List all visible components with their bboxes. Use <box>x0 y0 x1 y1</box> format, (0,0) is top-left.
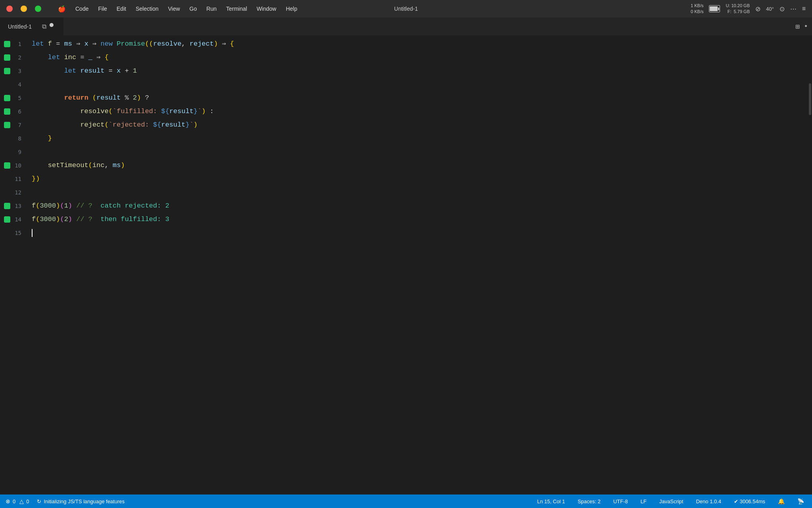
menu-code[interactable]: Code <box>71 4 93 13</box>
code-line-5: return ( result % 2 ) ? <box>32 91 806 105</box>
line-number-13: 13 <box>13 203 21 209</box>
gutter-row-3: 3 <box>0 64 24 78</box>
code-line-8: } <box>32 132 806 145</box>
line-number-3: 3 <box>13 68 21 74</box>
gutter-row-13: 13 <box>0 199 24 213</box>
temperature-display: 40° <box>766 6 774 12</box>
traffic-lights <box>6 6 41 12</box>
gutter-row-6: 6 <box>0 105 24 118</box>
breakpoint-13[interactable] <box>4 203 10 209</box>
breakpoint-3[interactable] <box>4 68 10 74</box>
deno-version[interactable]: Deno 1.0.4 <box>693 498 724 505</box>
line-number-5: 5 <box>13 95 21 101</box>
encoding-info[interactable]: UTF-8 <box>611 498 630 505</box>
scrollbar-track[interactable] <box>806 36 812 495</box>
line-number-14: 14 <box>13 216 21 223</box>
list-icon: ≡ <box>802 5 806 12</box>
no-breakpoint-4 <box>4 81 10 88</box>
scrollbar-thumb[interactable] <box>809 83 811 115</box>
cursor-position[interactable]: Ln 15, Col 1 <box>535 498 567 505</box>
language-mode[interactable]: JavaScript <box>657 498 686 505</box>
menu-file[interactable]: File <box>93 4 112 13</box>
menu-view[interactable]: View <box>163 4 185 13</box>
editor-area: 1 2 3 4 5 6 7 <box>0 36 812 495</box>
gutter-row-14: 14 <box>0 213 24 226</box>
window-title: Untitled-1 <box>394 6 418 12</box>
extensions-icon: ⋯ <box>790 5 797 13</box>
breakpoint-7[interactable] <box>4 122 10 128</box>
gutter-row-9: 9 <box>0 145 24 159</box>
menu-selection[interactable]: Selection <box>131 4 163 13</box>
code-line-4 <box>32 78 806 91</box>
line-number-12: 12 <box>13 189 21 196</box>
check-time[interactable]: ✔ 3006.54ms <box>732 498 768 505</box>
menu-help[interactable]: Help <box>281 4 302 13</box>
breakpoint-6[interactable] <box>4 108 10 115</box>
menu-run[interactable]: Run <box>202 4 222 13</box>
status-bar: ⊗ 0 △ 0 ↻ Initializing JS/TS language fe… <box>0 495 812 508</box>
spaces-info[interactable]: Spaces: 2 <box>575 498 603 505</box>
menu-go[interactable]: Go <box>185 4 202 13</box>
more-icon[interactable]: • <box>804 23 808 31</box>
cursor <box>32 229 33 237</box>
code-line-11: } ) <box>32 172 806 186</box>
storage-info: U: 10.20 GB F: 5.79 GB <box>726 3 750 15</box>
gutter-row-12: 12 <box>0 186 24 199</box>
eol-info[interactable]: LF <box>638 498 649 505</box>
error-count: 0 <box>13 498 15 504</box>
menu-terminal[interactable]: Terminal <box>221 4 252 13</box>
maximize-button[interactable] <box>35 6 41 12</box>
error-section[interactable]: ⊗ 0 △ 0 <box>6 498 29 504</box>
line-number-2: 2 <box>13 54 21 61</box>
gutter-row-10: 10 <box>0 159 24 172</box>
warning-count: 0 <box>26 498 29 504</box>
code-line-14: f ( 3000 ) ( 2 ) // ? then fulfilled: 3 <box>32 213 806 226</box>
broadcast-icon[interactable]: 📡 <box>795 497 806 505</box>
code-line-6: resolve ( `fulfilled: ${ result } ` ) : <box>32 105 806 118</box>
network-info: 1 KB/s 0 KB/s <box>691 3 703 15</box>
breakpoint-1[interactable] <box>4 41 10 47</box>
split-editor-icon[interactable]: ⧉ <box>42 23 46 30</box>
menu-edit[interactable]: Edit <box>112 4 131 13</box>
init-section: ↻ Initializing JS/TS language features <box>37 498 124 504</box>
no-breakpoint-15 <box>4 230 10 236</box>
breakpoint-14[interactable] <box>4 216 10 223</box>
gutter-row-2: 2 <box>0 51 24 64</box>
breakpoint-10[interactable] <box>4 162 10 169</box>
gutter-row-15: 15 <box>0 226 24 240</box>
breakpoint-5[interactable] <box>4 95 10 101</box>
status-circle-icon: ⊘ <box>755 5 760 13</box>
battery-icon <box>709 5 720 12</box>
code-line-7: reject ( `rejected: ${ result } ` ) <box>32 118 806 132</box>
error-icon: ⊗ <box>6 498 10 504</box>
notification-icon[interactable]: 🔔 <box>776 497 787 505</box>
minimize-button[interactable] <box>21 6 27 12</box>
tab-bar: Untitled-1 ⧉ ⊞ • <box>0 17 812 36</box>
code-line-3: let result = x + 1 <box>32 64 806 78</box>
split-right-icon[interactable]: ⊞ <box>795 22 800 31</box>
line-number-8: 8 <box>13 135 21 142</box>
menu-window[interactable]: Window <box>252 4 281 13</box>
gutter-row-11: 11 <box>0 172 24 186</box>
gutter-row-7: 7 <box>0 118 24 132</box>
code-editor[interactable]: let f = ms ⇒ x ⇒ new Promise (( resolve … <box>24 36 806 495</box>
breakpoint-2[interactable] <box>4 54 10 61</box>
gutter-row-5: 5 <box>0 91 24 105</box>
line-number-4: 4 <box>13 81 21 88</box>
gutter-row-4: 4 <box>0 78 24 91</box>
title-bar: 🍎 Code File Edit Selection View Go Run T… <box>0 0 812 17</box>
system-info: 1 KB/s 0 KB/s U: 10.20 GB F: 5.79 GB ⊘ 4… <box>691 3 806 15</box>
gutter-row-8: 8 <box>0 132 24 145</box>
line-number-6: 6 <box>13 108 21 115</box>
gutter-row-1: 1 <box>0 37 24 51</box>
tab-untitled[interactable]: Untitled-1 ⧉ <box>0 17 63 36</box>
tab-dot-indicator <box>50 23 54 27</box>
code-line-10: setTimeout ( inc , ms ) <box>32 159 806 172</box>
gutter: 1 2 3 4 5 6 7 <box>0 36 24 495</box>
line-number-9: 9 <box>13 149 21 155</box>
no-breakpoint-12 <box>4 189 10 196</box>
no-breakpoint-9 <box>4 149 10 155</box>
no-breakpoint-11 <box>4 176 10 182</box>
close-button[interactable] <box>6 6 13 12</box>
menu-apple[interactable]: 🍎 <box>53 4 71 14</box>
